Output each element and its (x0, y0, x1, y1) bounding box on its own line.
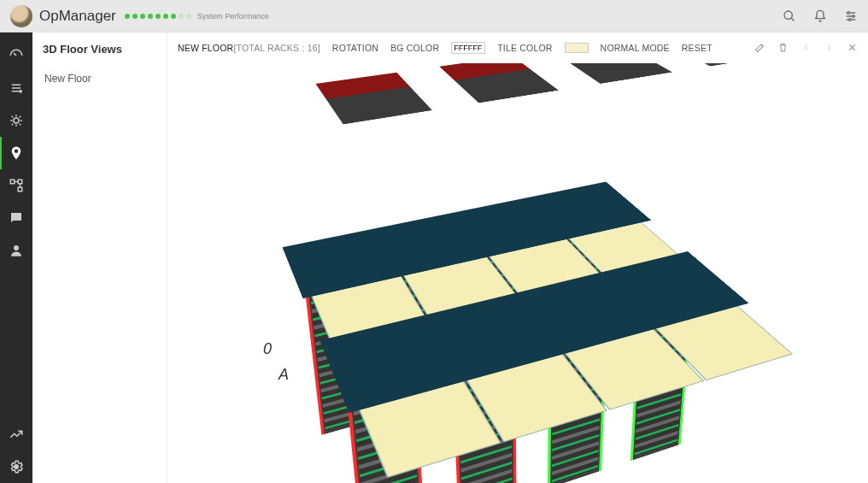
brand-logo: OpManager (39, 8, 116, 25)
sidebar (0, 32, 32, 483)
avatar[interactable] (10, 5, 32, 27)
system-performance-indicator[interactable]: System Performance (125, 12, 269, 21)
sub-panel-title: 3D Floor Views (43, 43, 156, 56)
mode-button[interactable]: NORMAL MODE (601, 43, 670, 53)
system-performance-label: System Performance (197, 12, 269, 21)
search-icon[interactable] (783, 9, 796, 23)
chevron-left-icon[interactable] (801, 42, 812, 55)
sidebar-item-maps[interactable] (0, 137, 32, 169)
delete-icon[interactable] (777, 42, 789, 55)
sidebar-item-analytics[interactable] (0, 418, 32, 451)
sidebar-item-settings[interactable] (0, 451, 32, 483)
axis-row-0: 0 (263, 340, 272, 358)
floor-name: NEW FLOOR (178, 43, 233, 53)
svg-line-19 (20, 124, 21, 126)
svg-point-6 (852, 15, 854, 17)
header-bar: OpManager System Performance (0, 0, 868, 32)
svg-point-5 (847, 11, 850, 14)
sidebar-item-alerts[interactable] (0, 104, 32, 137)
tilecolor-swatch[interactable] (565, 43, 589, 53)
3d-viewport[interactable]: 0 A R15 R2 (167, 63, 868, 483)
svg-line-20 (12, 124, 14, 126)
svg-rect-22 (10, 180, 15, 184)
rotation-button[interactable]: ROTATION (332, 43, 378, 53)
bgcolor-input[interactable] (451, 42, 485, 54)
svg-line-18 (12, 116, 14, 118)
subpanel-item-new-floor[interactable]: New Floor (43, 68, 156, 90)
svg-line-1 (791, 18, 794, 21)
tilecolor-label: TILE COLOR (497, 43, 552, 53)
bgcolor-label: BG COLOR (390, 43, 439, 53)
axis-col-a: A (279, 366, 289, 384)
chevron-right-icon[interactable] (824, 42, 835, 55)
svg-point-13 (14, 118, 19, 123)
svg-rect-24 (18, 180, 22, 184)
total-racks: [TOTAL RACKS : 16] (233, 43, 320, 53)
svg-point-0 (784, 11, 792, 19)
svg-line-8 (14, 53, 16, 56)
svg-point-7 (848, 18, 851, 21)
sidebar-item-user[interactable] (0, 234, 32, 267)
svg-line-21 (20, 116, 21, 118)
reset-button[interactable]: RESET (682, 43, 713, 53)
sidebar-item-chat[interactable] (0, 202, 32, 234)
bell-icon[interactable] (813, 9, 827, 23)
edit-icon[interactable] (754, 42, 765, 55)
settings-sliders-icon[interactable] (844, 9, 858, 23)
sidebar-item-dashboard[interactable] (0, 39, 32, 72)
svg-rect-23 (18, 187, 22, 191)
svg-point-27 (14, 245, 19, 250)
sidebar-item-list[interactable] (0, 72, 32, 104)
close-icon[interactable] (847, 42, 858, 55)
sidebar-item-workflow[interactable] (0, 169, 32, 202)
floor-toolbar: NEW FLOOR[TOTAL RACKS : 16] ROTATION BG … (167, 32, 868, 63)
sub-panel: 3D Floor Views New Floor (32, 32, 167, 483)
